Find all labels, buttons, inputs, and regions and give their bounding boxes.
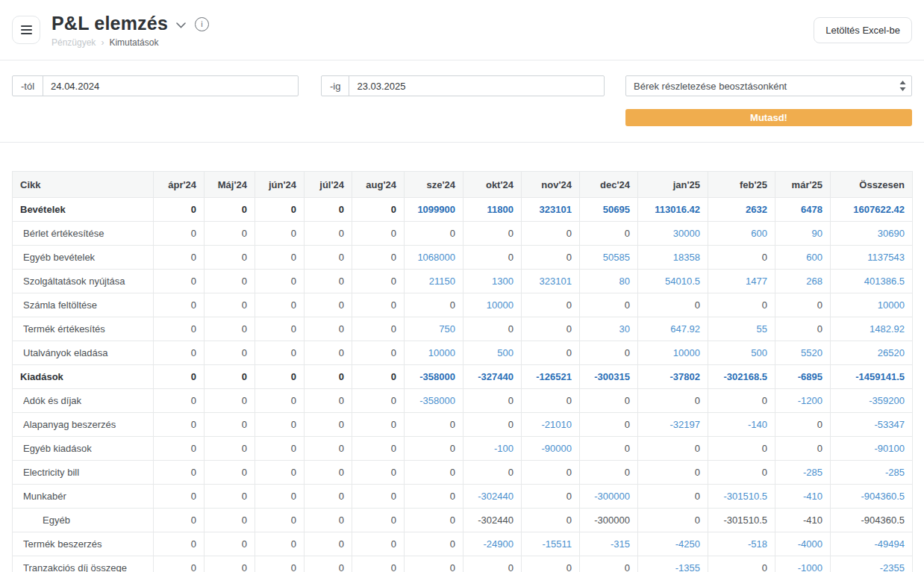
cell-value[interactable]: 10000 bbox=[405, 341, 463, 365]
info-icon[interactable]: i bbox=[195, 17, 209, 31]
cell-value[interactable]: -300000 bbox=[580, 485, 638, 509]
cell-value[interactable]: 90 bbox=[775, 222, 831, 246]
cell-value[interactable]: -302440 bbox=[463, 485, 522, 509]
cell-value: 0 bbox=[580, 293, 638, 317]
cell-value[interactable]: -904360.5 bbox=[831, 485, 913, 509]
date-from-input[interactable] bbox=[43, 76, 298, 96]
cell-value[interactable]: 1482.92 bbox=[831, 317, 913, 341]
cell-value[interactable]: 750 bbox=[405, 317, 463, 341]
cell-value[interactable]: -302168.5 bbox=[708, 365, 775, 389]
date-to-input[interactable] bbox=[349, 76, 604, 96]
chevron-down-icon[interactable] bbox=[176, 18, 186, 31]
download-excel-button[interactable]: Letöltés Excel-be bbox=[814, 17, 912, 43]
cell-value[interactable]: -32197 bbox=[638, 413, 708, 437]
cell-value[interactable]: -21010 bbox=[522, 413, 580, 437]
cell-value: 0 bbox=[522, 246, 580, 270]
cell-value[interactable]: -358000 bbox=[405, 389, 463, 413]
row-label: Egyéb kiadások bbox=[13, 437, 154, 461]
cell-value: 0 bbox=[522, 389, 580, 413]
cell-value: 0 bbox=[775, 437, 831, 461]
breadcrumb-parent[interactable]: Pénzügyek bbox=[51, 37, 96, 48]
cell-value[interactable]: 30 bbox=[580, 317, 638, 341]
cell-value[interactable]: 26520 bbox=[831, 341, 913, 365]
cell-value[interactable]: -301510.5 bbox=[708, 485, 775, 509]
cell-value[interactable]: -126521 bbox=[522, 365, 580, 389]
cell-value[interactable]: 401386.5 bbox=[831, 270, 913, 293]
cell-value[interactable]: -1200 bbox=[775, 389, 831, 413]
cell-value: 0 bbox=[255, 365, 305, 389]
row-label: Electricity bill bbox=[13, 461, 154, 485]
cell-value[interactable]: -410 bbox=[775, 485, 831, 509]
cell-value[interactable]: 1099900 bbox=[405, 198, 463, 222]
cell-value[interactable]: 18358 bbox=[638, 246, 708, 270]
cell-value[interactable]: 1607622.42 bbox=[831, 198, 913, 222]
cell-value[interactable]: 323101 bbox=[522, 270, 580, 293]
cell-value[interactable]: 500 bbox=[463, 341, 522, 365]
cell-value: 0 bbox=[580, 341, 638, 365]
cell-value: 0 bbox=[522, 556, 580, 572]
show-report-button[interactable]: Mutasd! bbox=[625, 109, 912, 126]
cell-value[interactable]: -285 bbox=[831, 461, 913, 485]
cell-value[interactable]: 1068000 bbox=[405, 246, 463, 270]
cell-value[interactable]: 10000 bbox=[831, 293, 913, 317]
cell-value[interactable]: 2632 bbox=[708, 198, 775, 222]
cell-value[interactable]: 600 bbox=[708, 222, 775, 246]
cell-value[interactable]: -100 bbox=[463, 437, 522, 461]
cell-value[interactable]: 1137543 bbox=[831, 246, 913, 270]
cell-value[interactable]: -6895 bbox=[775, 365, 831, 389]
cell-value[interactable]: 647.92 bbox=[638, 317, 708, 341]
column-header-month: jún'24 bbox=[255, 172, 305, 198]
cell-value[interactable]: -2355 bbox=[831, 556, 913, 572]
cell-value[interactable]: -327440 bbox=[463, 365, 522, 389]
cell-value: 0 bbox=[580, 437, 638, 461]
cell-value[interactable]: -15511 bbox=[522, 532, 580, 556]
cell-value[interactable]: 1477 bbox=[708, 270, 775, 293]
cell-value[interactable]: 55 bbox=[708, 317, 775, 341]
cell-value: 0 bbox=[775, 413, 831, 437]
cell-value[interactable]: 1300 bbox=[463, 270, 522, 293]
cell-value[interactable]: -358000 bbox=[405, 365, 463, 389]
cell-value[interactable]: -4250 bbox=[638, 532, 708, 556]
cell-value[interactable]: -140 bbox=[708, 413, 775, 437]
cell-value[interactable]: -4000 bbox=[775, 532, 831, 556]
cell-value: 0 bbox=[255, 270, 305, 293]
cell-value[interactable]: 21150 bbox=[405, 270, 463, 293]
cell-value[interactable]: -1000 bbox=[775, 556, 831, 572]
cell-value[interactable]: -1355 bbox=[638, 556, 708, 572]
cell-value[interactable]: 50585 bbox=[580, 246, 638, 270]
cell-value[interactable]: 5520 bbox=[775, 341, 831, 365]
cell-value[interactable]: 30690 bbox=[831, 222, 913, 246]
cell-value[interactable]: 10000 bbox=[463, 293, 522, 317]
cell-value[interactable]: 323101 bbox=[522, 198, 580, 222]
cell-value[interactable]: -53347 bbox=[831, 413, 913, 437]
cell-value[interactable]: -285 bbox=[775, 461, 831, 485]
cell-value[interactable]: -518 bbox=[708, 532, 775, 556]
cell-value[interactable]: -37802 bbox=[638, 365, 708, 389]
cell-value[interactable]: 113016.42 bbox=[638, 198, 708, 222]
cell-value[interactable]: -90100 bbox=[831, 437, 913, 461]
cell-value: 0 bbox=[154, 389, 205, 413]
cell-value[interactable]: -90000 bbox=[522, 437, 580, 461]
cell-value[interactable]: 10000 bbox=[638, 341, 708, 365]
hamburger-menu-icon[interactable] bbox=[12, 16, 40, 44]
cell-value[interactable]: 600 bbox=[775, 246, 831, 270]
cell-value[interactable]: 6478 bbox=[775, 198, 831, 222]
cell-value[interactable]: 80 bbox=[580, 270, 638, 293]
cell-value[interactable]: -315 bbox=[580, 532, 638, 556]
cell-value[interactable]: -24900 bbox=[463, 532, 522, 556]
cell-value[interactable]: -1459141.5 bbox=[831, 365, 913, 389]
cell-value: -410 bbox=[775, 509, 831, 532]
cell-value[interactable]: 500 bbox=[708, 341, 775, 365]
cell-value[interactable]: -359200 bbox=[831, 389, 913, 413]
report-type-select[interactable]: Bérek részletezése beosztásonként bbox=[625, 75, 912, 96]
cell-value[interactable]: -49494 bbox=[831, 532, 913, 556]
cell-value[interactable]: 54010.5 bbox=[638, 270, 708, 293]
cell-value[interactable]: 11800 bbox=[463, 198, 522, 222]
cell-value[interactable]: 30000 bbox=[638, 222, 708, 246]
cell-value[interactable]: 268 bbox=[775, 270, 831, 293]
cell-value[interactable]: 50695 bbox=[580, 198, 638, 222]
cell-value: 0 bbox=[708, 389, 775, 413]
date-to-group: -ig bbox=[321, 75, 605, 96]
column-header-month: dec'24 bbox=[580, 172, 638, 198]
cell-value[interactable]: -300315 bbox=[580, 365, 638, 389]
